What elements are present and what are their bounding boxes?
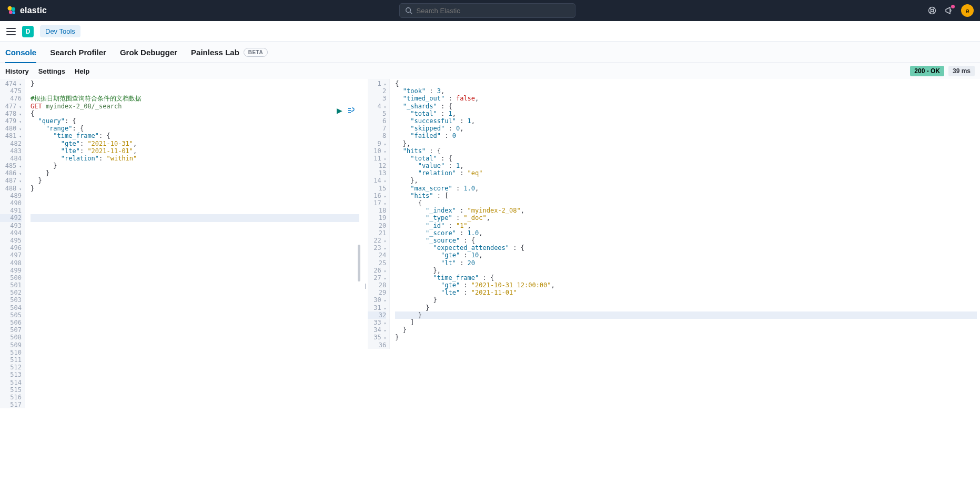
sub-header: D Dev Tools bbox=[0, 21, 980, 42]
response-time-badge: 39 ms bbox=[948, 66, 975, 76]
toolbar-history[interactable]: History bbox=[5, 67, 29, 75]
response-status-badge: 200 - OK bbox=[910, 66, 944, 76]
svg-point-3 bbox=[12, 11, 15, 14]
beta-badge: BETA bbox=[244, 48, 268, 57]
elastic-cluster-icon bbox=[6, 5, 17, 16]
devtools-tabs: Console Search Profiler Grok Debugger Pa… bbox=[0, 42, 980, 63]
svg-line-10 bbox=[930, 12, 931, 13]
svg-line-9 bbox=[933, 8, 935, 9]
request-scrollbar[interactable] bbox=[358, 245, 360, 281]
request-gutter: 474 ▾475476477 ▾478 ▾479 ▾480 ▾481 ▾4824… bbox=[0, 79, 25, 408]
response-pane[interactable]: 1 ▾234 ▾56789 ▾10 ▾11 ▾121314 ▾1516 ▾17 … bbox=[368, 79, 980, 493]
space-selector[interactable]: D bbox=[22, 26, 34, 37]
global-search-wrap bbox=[47, 3, 927, 18]
tab-grok-debugger[interactable]: Grok Debugger bbox=[120, 43, 177, 62]
console-editor-area: 474 ▾475476477 ▾478 ▾479 ▾480 ▾481 ▾4824… bbox=[0, 79, 980, 493]
search-icon bbox=[405, 7, 412, 14]
nav-toggle-icon[interactable] bbox=[6, 28, 16, 35]
response-gutter: 1 ▾234 ▾56789 ▾10 ▾11 ▾121314 ▾1516 ▾17 … bbox=[368, 79, 390, 349]
header-actions: e bbox=[927, 4, 974, 17]
brand-logo[interactable]: elastic bbox=[6, 5, 47, 16]
toolbar-settings[interactable]: Settings bbox=[38, 67, 65, 75]
svg-point-7 bbox=[931, 9, 934, 12]
tab-search-profiler[interactable]: Search Profiler bbox=[50, 43, 106, 62]
pane-splitter[interactable]: || bbox=[362, 79, 368, 493]
console-toolbar: History Settings Help 200 - OK 39 ms bbox=[0, 63, 980, 79]
request-pane[interactable]: 474 ▾475476477 ▾478 ▾479 ▾480 ▾481 ▾4824… bbox=[0, 79, 362, 493]
help-icon[interactable] bbox=[927, 6, 937, 15]
svg-point-4 bbox=[406, 8, 410, 13]
svg-point-1 bbox=[12, 7, 16, 12]
tab-painless-label: Painless Lab bbox=[191, 48, 239, 57]
request-editor[interactable]: } #根据日期范围查询符合条件的文档数据GET myindex-2_08/_se… bbox=[27, 79, 362, 493]
run-request-icon[interactable]: ▶ bbox=[337, 106, 342, 115]
global-search-input[interactable] bbox=[417, 7, 570, 15]
user-avatar[interactable]: e bbox=[961, 4, 974, 17]
brand-text: elastic bbox=[20, 6, 47, 15]
request-options-icon[interactable] bbox=[347, 106, 355, 115]
toolbar-help[interactable]: Help bbox=[75, 67, 89, 75]
global-header: elastic e bbox=[0, 0, 980, 21]
breadcrumb-devtools[interactable]: Dev Tools bbox=[40, 25, 80, 37]
splitter-handle-icon: || bbox=[365, 283, 366, 289]
request-actions: ▶ bbox=[337, 106, 355, 115]
news-icon[interactable] bbox=[944, 6, 954, 15]
response-viewer[interactable]: { "took" : 3, "timed_out" : false, "_sha… bbox=[392, 79, 980, 454]
notification-dot-icon bbox=[951, 5, 955, 8]
tab-console[interactable]: Console bbox=[5, 43, 36, 63]
svg-point-0 bbox=[8, 6, 12, 11]
svg-line-8 bbox=[930, 8, 931, 9]
tab-painless-lab[interactable]: Painless Lab BETA bbox=[191, 43, 268, 62]
svg-point-2 bbox=[9, 11, 13, 14]
svg-line-11 bbox=[933, 12, 935, 13]
global-search[interactable] bbox=[399, 3, 575, 18]
svg-line-5 bbox=[410, 12, 412, 14]
